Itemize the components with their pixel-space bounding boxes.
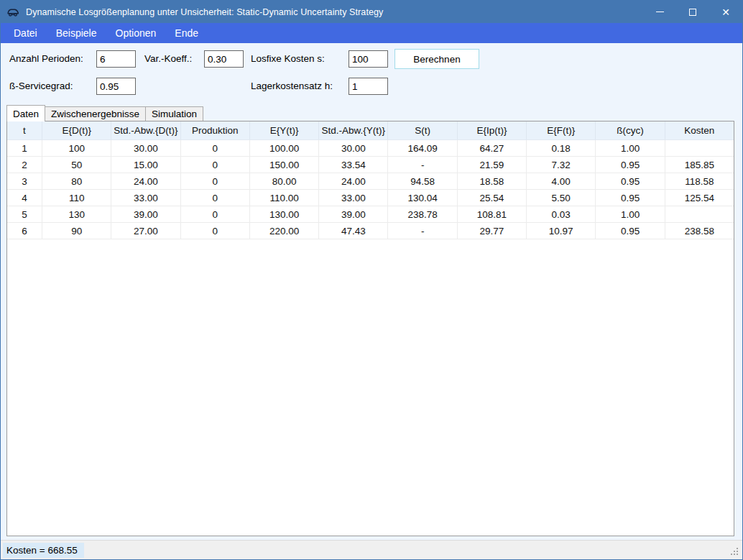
minimize-button[interactable] bbox=[643, 1, 676, 23]
maximize-button[interactable] bbox=[676, 1, 709, 23]
table-cell[interactable]: 27.00 bbox=[111, 223, 180, 239]
table-cell[interactable]: 0 bbox=[181, 190, 250, 206]
table-cell[interactable]: 1.00 bbox=[596, 140, 665, 156]
table-cell[interactable]: 7.32 bbox=[527, 157, 596, 173]
table-body: 110030.000100.0030.00164.0964.270.181.00… bbox=[7, 140, 734, 239]
table-cell[interactable]: 10.97 bbox=[527, 223, 596, 239]
table-cell[interactable]: 18.58 bbox=[458, 173, 527, 189]
losfixe-kosten-input[interactable] bbox=[349, 50, 388, 68]
var-koeff-input[interactable] bbox=[204, 50, 244, 68]
table-cell[interactable]: 2 bbox=[7, 157, 42, 173]
table-cell[interactable]: 47.43 bbox=[319, 223, 388, 239]
table-cell[interactable]: 238.58 bbox=[665, 223, 734, 239]
tab-daten[interactable]: Daten bbox=[6, 105, 45, 121]
table-cell[interactable]: 164.09 bbox=[388, 140, 457, 156]
table-cell[interactable]: - bbox=[388, 223, 457, 239]
tab-strip: DatenZwischenergebnisseSimulation bbox=[6, 104, 742, 121]
table-cell[interactable]: 110.00 bbox=[250, 190, 319, 206]
table-cell[interactable]: 130.00 bbox=[250, 206, 319, 222]
column-header-e-f-t-[interactable]: E{F(t)} bbox=[527, 121, 596, 139]
table-cell[interactable] bbox=[665, 140, 734, 156]
servicegrad-label: ß-Servicegrad: bbox=[9, 81, 73, 91]
table-cell[interactable]: 15.00 bbox=[111, 157, 180, 173]
table-cell[interactable]: 5.50 bbox=[527, 190, 596, 206]
table-cell[interactable]: 29.77 bbox=[458, 223, 527, 239]
table-cell[interactable]: 130.04 bbox=[388, 190, 457, 206]
table-cell[interactable]: 33.00 bbox=[319, 190, 388, 206]
column-header-t[interactable]: t bbox=[7, 121, 42, 139]
column-header-produktion[interactable]: Produktion bbox=[181, 121, 250, 139]
table-cell[interactable]: 100.00 bbox=[250, 140, 319, 156]
anzahl-perioden-input[interactable] bbox=[96, 50, 136, 68]
table-cell[interactable]: 6 bbox=[7, 223, 42, 239]
menu-item-ende[interactable]: Ende bbox=[165, 23, 208, 43]
table-cell[interactable]: 30.00 bbox=[111, 140, 180, 156]
column-header-e-ip-t-[interactable]: E{Ip(t)} bbox=[458, 121, 527, 139]
table-cell[interactable]: 125.54 bbox=[665, 190, 734, 206]
table-cell[interactable]: 1 bbox=[7, 140, 42, 156]
table-cell[interactable]: 0.95 bbox=[596, 190, 665, 206]
berechnen-button[interactable]: Berechnen bbox=[394, 49, 479, 69]
table-cell[interactable]: 0 bbox=[181, 140, 250, 156]
table-cell[interactable]: 0.18 bbox=[527, 140, 596, 156]
table-cell[interactable]: 39.00 bbox=[111, 206, 180, 222]
table-cell[interactable]: 118.58 bbox=[665, 173, 734, 189]
table-cell[interactable]: 0 bbox=[181, 223, 250, 239]
table-cell[interactable]: 0.03 bbox=[527, 206, 596, 222]
table-cell[interactable]: 220.00 bbox=[250, 223, 319, 239]
table-cell[interactable]: 0.95 bbox=[596, 173, 665, 189]
table-cell[interactable]: 110 bbox=[42, 190, 111, 206]
title-bar[interactable]: Dynamische Losgrößenplanung unter Unsich… bbox=[1, 1, 742, 23]
column-header-e-y-t-[interactable]: E{Y(t)} bbox=[250, 121, 319, 139]
table-cell[interactable]: 4 bbox=[7, 190, 42, 206]
table-cell[interactable]: 0 bbox=[181, 173, 250, 189]
maximize-icon bbox=[689, 9, 696, 16]
table-cell[interactable]: 185.85 bbox=[665, 157, 734, 173]
table-cell[interactable]: 130 bbox=[42, 206, 111, 222]
table-cell[interactable]: 1.00 bbox=[596, 206, 665, 222]
servicegrad-input[interactable] bbox=[96, 78, 136, 95]
table-cell[interactable]: 25.54 bbox=[458, 190, 527, 206]
table-cell[interactable] bbox=[665, 206, 734, 222]
column-header-std-abw-y-t-[interactable]: Std.-Abw.{Y(t)} bbox=[319, 121, 388, 139]
resize-grip-icon[interactable] bbox=[731, 548, 739, 556]
table-cell[interactable]: 150.00 bbox=[250, 157, 319, 173]
column-header-ß-cyc-[interactable]: ß(cyc) bbox=[596, 121, 665, 139]
table-cell[interactable]: 108.81 bbox=[458, 206, 527, 222]
table-cell[interactable]: 0 bbox=[181, 206, 250, 222]
table-cell[interactable]: 33.54 bbox=[319, 157, 388, 173]
table-cell[interactable]: 80 bbox=[42, 173, 111, 189]
table-row: 110030.000100.0030.00164.0964.270.181.00 bbox=[7, 140, 734, 157]
table-cell[interactable]: 94.58 bbox=[388, 173, 457, 189]
table-cell[interactable]: 0 bbox=[181, 157, 250, 173]
table-cell[interactable]: 24.00 bbox=[111, 173, 180, 189]
column-header-e-d-t-[interactable]: E{D(t)} bbox=[42, 121, 111, 139]
column-header-kosten[interactable]: Kosten bbox=[665, 121, 734, 139]
table-cell[interactable]: 64.27 bbox=[458, 140, 527, 156]
table-cell[interactable]: 0.95 bbox=[596, 157, 665, 173]
menu-item-datei[interactable]: Datei bbox=[4, 23, 47, 43]
table-cell[interactable]: 39.00 bbox=[319, 206, 388, 222]
menu-item-beispiele[interactable]: Beispiele bbox=[47, 23, 106, 43]
menu-item-optionen[interactable]: Optionen bbox=[106, 23, 166, 43]
table-cell[interactable]: 5 bbox=[7, 206, 42, 222]
lagerkostensatz-input[interactable] bbox=[349, 78, 388, 95]
table-cell[interactable]: 50 bbox=[42, 157, 111, 173]
table-cell[interactable]: 33.00 bbox=[111, 190, 180, 206]
table-cell[interactable]: 30.00 bbox=[319, 140, 388, 156]
table-cell[interactable]: 0.95 bbox=[596, 223, 665, 239]
table-cell[interactable]: 24.00 bbox=[319, 173, 388, 189]
table-cell[interactable]: 4.00 bbox=[527, 173, 596, 189]
table-cell[interactable]: 90 bbox=[42, 223, 111, 239]
table-cell[interactable]: - bbox=[388, 157, 457, 173]
column-header-s-t-[interactable]: S(t) bbox=[388, 121, 457, 139]
table-cell[interactable]: 100 bbox=[42, 140, 111, 156]
tab-simulation[interactable]: Simulation bbox=[145, 106, 203, 121]
tab-zwischenergebnisse[interactable]: Zwischenergebnisse bbox=[45, 106, 146, 121]
table-cell[interactable]: 3 bbox=[7, 173, 42, 189]
table-cell[interactable]: 80.00 bbox=[250, 173, 319, 189]
close-button[interactable]: ✕ bbox=[709, 1, 742, 23]
column-header-std-abw-d-t-[interactable]: Std.-Abw.{D(t)} bbox=[111, 121, 180, 139]
table-cell[interactable]: 238.78 bbox=[388, 206, 457, 222]
table-cell[interactable]: 21.59 bbox=[458, 157, 527, 173]
